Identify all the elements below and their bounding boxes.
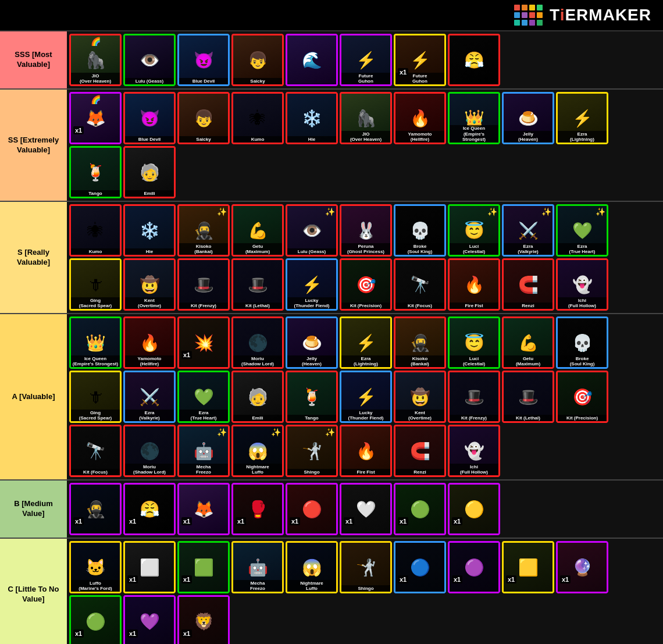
card: 🟩x1 [177, 541, 230, 593]
tier-row-ss: SS [Extremely Valuable]🦊🌈x1😈Blue Devil👦S… [0, 90, 663, 202]
card-label: Mecha Freezo [179, 464, 228, 475]
card: 🕷Kumo [69, 204, 122, 257]
card-label: Emili [233, 415, 282, 421]
tier-list: SSS [Most Valuable]🦍🌈JIO (Over Heaven)👁️… [0, 31, 663, 644]
card: 👦Saicky [177, 92, 230, 144]
card-label: Moriu (Shadow Lord) [233, 355, 282, 367]
card: 🎩Kit (Frenzy) [177, 258, 230, 311]
card-label: Hie [125, 248, 174, 255]
card-label: Mecha Freezo [233, 580, 282, 592]
card-label: Ezra (Lightning) [558, 131, 607, 143]
card-label: Lucky (Thunder Fiend) [341, 410, 390, 421]
card: 😤 [448, 34, 500, 86]
card: 😈Blue Devil [123, 92, 176, 144]
x1-badge: x1 [452, 517, 462, 525]
tier-label-ss: SS [Extremely Valuable] [0, 90, 67, 201]
card: 🕷Kumo [231, 92, 284, 144]
card-label: Nightmare Luffo [287, 580, 336, 592]
card-label: Tango [287, 415, 336, 421]
tier-content-b: 🥷x1😤x1🦊x1🥊x1🔴x1🤍x1🟢x1🟡x1 [67, 481, 663, 538]
tier-content-a: 👑Ice Queen (Empire's Strongest)🔥Yamomoto… [67, 314, 663, 479]
sparkle-icon: ✨ [325, 428, 335, 437]
card: 🤠Kent (Overtime) [394, 371, 446, 423]
tier-content-c: 🐱Luffo (Marine's Ford)⬜x1🟩x1🤖Mecha Freez… [67, 539, 663, 644]
card-label: Fire Fist [450, 303, 498, 309]
card: 🟣x1 [448, 541, 500, 593]
x1-badge: x1 [127, 517, 138, 525]
x1-badge: x1 [181, 351, 192, 359]
x1-badge: x1 [73, 126, 84, 134]
tier-content-sss: 🦍🌈JIO (Over Heaven)👁️Lulu (Geass)😈Blue D… [67, 31, 663, 88]
card: 🧓Emili [231, 371, 284, 423]
card: 😇✨Luci (Celestial) [448, 204, 500, 257]
card-label: Shingo [341, 585, 390, 592]
card: 🎯Kit (Precision) [556, 371, 608, 423]
tier-row-a: A [Valuable]👑Ice Queen (Empire's Stronge… [0, 314, 663, 481]
card-label: Jelly (Heaven) [287, 355, 336, 367]
logo-container: TiERMAKER [514, 5, 651, 26]
card: 👦Saicky [231, 34, 284, 86]
card: 👑Ice Queen (Empire's Strongest) [69, 316, 122, 369]
card: 👁️Lulu (Geass) [123, 34, 176, 86]
card-label: JIO (Over Heaven) [71, 73, 120, 84]
card-label: Broke (Soul King) [558, 355, 607, 367]
card: 🔥Yamomoto (Hellfire) [123, 316, 176, 369]
tier-row-s: S [Really Valuable]🕷Kumo❄️Hie🥷✨Kisoko (B… [0, 202, 663, 314]
card: 🧲Renzi [394, 425, 446, 477]
card-label: JIO (Over Heaven) [341, 131, 390, 143]
logo-text: TiERMAKER [550, 6, 651, 24]
card-label: Future Guhon [341, 73, 390, 84]
tier-row-b: B [Medium Value]🥷x1😤x1🦊x1🥊x1🔴x1🤍x1🟢x1🟡x1 [0, 481, 663, 539]
card-label: Blue Devil [125, 136, 174, 143]
card-label: Kit (Precision) [341, 303, 390, 309]
x1-badge: x1 [344, 517, 354, 525]
card: 🤖Mecha Freezo [231, 541, 284, 593]
card: ⬜x1 [123, 541, 176, 593]
card: 🌑Moriu (Shadow Lord) [231, 316, 284, 369]
card: 🍹Tango [286, 371, 338, 423]
card-label: Kisoko (Bankai) [179, 243, 228, 255]
card-label: Kit (Precision) [558, 415, 607, 421]
card-label: Jelly (Heaven) [504, 131, 552, 143]
x1-badge: x1 [398, 68, 408, 76]
card-label: Kumo [233, 136, 282, 143]
card-label: Luffo (Marine's Ford) [71, 580, 120, 592]
card: 👻Ichi (Full Hollow) [556, 258, 608, 311]
card-label: Kit (Frenzy) [179, 303, 228, 309]
card: 😈Blue Devil [177, 34, 230, 86]
card-label: Ice Queen (Empire's Strongest) [450, 125, 498, 143]
card: 💀Broke (Soul King) [394, 204, 446, 257]
card: 😱✨Nightmare Luffo [231, 425, 284, 477]
card: 💀Broke (Soul King) [556, 316, 608, 369]
header: TiERMAKER [0, 0, 663, 31]
x1-badge: x1 [73, 629, 84, 638]
card: 🤖✨Mecha Freezo [177, 425, 230, 477]
sparkle-icon: ✨ [217, 207, 227, 216]
x1-badge: x1 [398, 517, 408, 525]
card-label: Lucky (Thunder Fiend) [287, 297, 336, 309]
card-label: Broke (Soul King) [395, 243, 444, 255]
card: 🟢x1 [394, 483, 446, 535]
x1-badge: x1 [452, 575, 462, 583]
card-label: Ichi (Full Hollow) [450, 464, 498, 475]
x1-badge: x1 [73, 517, 84, 525]
card-label: Ezra (Valkyrie) [125, 410, 174, 421]
card: 🦍🌈JIO (Over Heaven) [69, 34, 122, 86]
card: ⚡Ezra (Lightning) [340, 316, 392, 369]
card: 🟡x1 [448, 483, 500, 535]
card-label: Yamomoto (Hellfire) [395, 131, 444, 143]
card: ⚔️Ezra (Valkyrie) [123, 371, 176, 423]
x1-badge: x1 [181, 517, 192, 525]
sparkle-icon: ✨ [217, 428, 227, 437]
card: 💜x1 [123, 595, 176, 644]
card-label: Lulu (Geass) [125, 78, 174, 84]
card: 😤x1 [123, 483, 176, 535]
tier-row-sss: SSS [Most Valuable]🦍🌈JIO (Over Heaven)👁️… [0, 31, 663, 90]
card: ⚡Lucky (Thunder Fiend) [340, 371, 392, 423]
card-label: Luci (Celestial) [450, 355, 498, 367]
card-label: Fire Fist [341, 469, 390, 475]
card: 🧲Renzi [502, 258, 554, 311]
card-label: Yamomoto (Hellfire) [125, 355, 174, 367]
card: 🥊x1 [231, 483, 284, 535]
card-label: Kit (Focus) [395, 303, 444, 309]
